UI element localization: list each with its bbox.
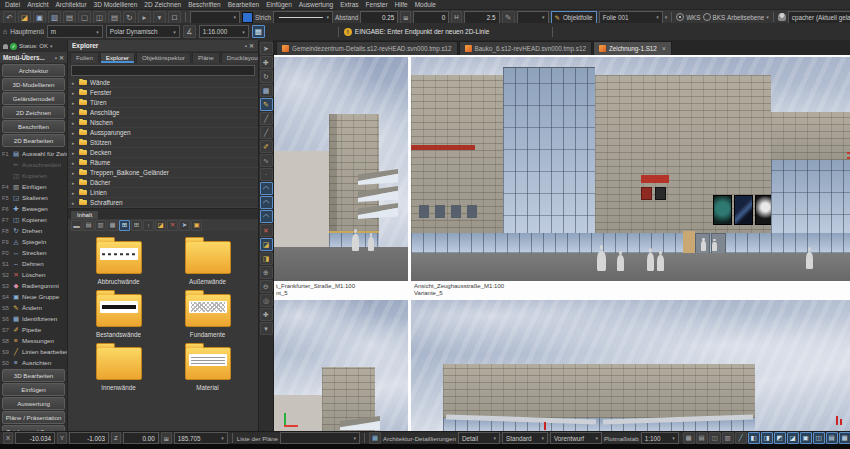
grid-icon[interactable]: ▤ <box>696 432 708 444</box>
tree-item-t-ren[interactable]: ▸Türen <box>68 98 258 108</box>
category-2d-zeichnen[interactable]: 2D Zeichnen <box>2 106 65 119</box>
line-icon[interactable]: ╱ <box>260 126 273 139</box>
angle-combo[interactable]: 185.705▾ <box>174 432 228 444</box>
chevron-down-icon[interactable]: ▾ <box>665 14 668 20</box>
menu-bearbeiten[interactable]: Bearbeiten <box>228 1 259 8</box>
explorer-filter-field[interactable] <box>71 65 255 76</box>
category-architektur[interactable]: Architektur <box>2 64 65 77</box>
plans-combo[interactable]: ▾ <box>280 432 360 444</box>
menu-fenster[interactable]: Fenster <box>366 1 388 8</box>
menu-architektur[interactable]: Architektur <box>56 1 87 8</box>
lock-icon[interactable]: ▣ <box>191 220 202 231</box>
abstand-field[interactable]: 0.25 <box>360 11 398 24</box>
tree-item-anschl-ge[interactable]: ▸Anschläge <box>68 108 258 118</box>
category-einf-gen[interactable]: Einfügen <box>2 383 65 396</box>
tree-item-schraffuren[interactable]: ▸Schraffuren <box>68 198 258 208</box>
tree-item-decken[interactable]: ▸Decken <box>68 148 258 158</box>
arc-tangent-icon[interactable]: ◠ <box>260 210 273 223</box>
rotate-icon[interactable]: ↻ <box>260 70 273 83</box>
spline-icon[interactable]: ∿ <box>260 154 273 167</box>
tool-spiegeln[interactable]: F9◬Spiegeln <box>0 236 67 247</box>
tab-explorer[interactable]: Explorer <box>100 52 135 63</box>
export-icon[interactable]: ▸ <box>138 11 151 24</box>
save-all-icon[interactable]: ▥ <box>48 11 61 24</box>
page-icon[interactable]: ▢ <box>78 11 91 24</box>
tree-item-aussparungen[interactable]: ▸Aussparungen <box>68 128 258 138</box>
snap-combo[interactable]: Polar Dynamisch▾ <box>106 25 180 38</box>
move-icon[interactable]: ✚ <box>260 56 273 69</box>
tree-item-fenster[interactable]: ▸Fenster <box>68 88 258 98</box>
menu-datei[interactable]: Datei <box>5 1 20 8</box>
category-pl-ne-pr-sentation[interactable]: Pläne / Präsentation <box>2 411 65 424</box>
pan-icon[interactable]: ✚ <box>260 308 273 321</box>
tree-item-treppen-balkone-gel-nder[interactable]: ▸Treppen_Balkone_Geländer <box>68 168 258 178</box>
view-grid-icon[interactable]: ▦ <box>839 432 850 444</box>
zoom-fit-icon[interactable]: ◎ <box>260 294 273 307</box>
menu-auswertung[interactable]: Auswertung <box>299 1 333 8</box>
zoom-in-icon[interactable]: ⊕ <box>260 266 273 279</box>
menu-hilfe[interactable]: Hilfe <box>395 1 408 8</box>
polar-icon[interactable]: ▥ <box>722 432 734 444</box>
tree-item-nischen[interactable]: ▸Nischen <box>68 118 258 128</box>
pen-icon[interactable]: ✎ <box>502 11 515 24</box>
copy-icon[interactable]: ◫ <box>93 11 106 24</box>
tool-skalieren[interactable]: F5◲Skalieren <box>0 192 67 203</box>
user-combo[interactable]: cpacher (Aktuell geladen)▾ <box>788 11 850 24</box>
objektfolie-button[interactable]: ✎Objektfolie <box>551 11 597 24</box>
ortho-icon[interactable]: ◫ <box>709 432 721 444</box>
tool-strecken[interactable]: F0↔Strecken <box>0 247 67 258</box>
delete-icon[interactable]: ✕ <box>260 224 273 237</box>
tab-pl-ne[interactable]: Pläne <box>192 52 220 63</box>
thumbnail-view-icon[interactable]: ⊞ <box>119 220 130 231</box>
tab-folien[interactable]: Folien <box>70 52 99 63</box>
folder-icon[interactable]: ◨ <box>260 252 273 265</box>
menu-einf-gen[interactable]: Einfügen <box>266 1 292 8</box>
freehand-icon[interactable]: ✐ <box>260 140 273 153</box>
arc-icon[interactable]: ◠ <box>260 182 273 195</box>
details-view-icon[interactable]: ▦ <box>107 220 118 231</box>
folie-combo[interactable]: Folie 001▾ <box>599 11 663 24</box>
open-folder-icon[interactable]: ◪ <box>18 11 31 24</box>
tool-l-schen[interactable]: S2✕Löschen <box>0 269 67 280</box>
tool-radiergummi[interactable]: S3◆Radiergummi <box>0 280 67 291</box>
linetype-combo[interactable]: ▾ <box>273 11 333 24</box>
ruler-icon[interactable]: ∡ <box>183 25 196 38</box>
tool-ausrichten[interactable]: S0≡Ausrichten <box>0 357 67 368</box>
view-layers-icon[interactable]: ▤ <box>826 432 838 444</box>
hoehe-field[interactable]: 2.5 <box>464 11 500 24</box>
detail-combo[interactable]: Detail▾ <box>458 432 500 444</box>
menu-2d-zeichnen[interactable]: 2D Zeichnen <box>144 1 181 8</box>
content-folder-bestandsw-nde[interactable]: Bestandswände <box>74 288 163 338</box>
scale-combo[interactable]: 1:16.000▾ <box>199 25 249 38</box>
print-icon[interactable]: ▤ <box>63 11 76 24</box>
tree-item-linien[interactable]: ▸Linien <box>68 188 258 198</box>
list-view-icon[interactable]: ▬ <box>71 220 82 231</box>
category-auswertung[interactable]: Auswertung <box>2 397 65 410</box>
tree-item-st-tzen[interactable]: ▸Stützen <box>68 138 258 148</box>
list-view3-icon[interactable]: ▥ <box>95 220 106 231</box>
zoom-out-icon[interactable]: ⊖ <box>260 280 273 293</box>
tool-auswahl-f-r-zwisc[interactable]: F1▤Auswahl für Zwisc... <box>0 148 67 159</box>
menu-ansicht[interactable]: Ansicht <box>27 1 48 8</box>
doc-tab-zeichnung-1-s12[interactable]: Zeichnung-1.S12× <box>593 41 672 55</box>
refresh-icon[interactable]: ↻ <box>123 11 136 24</box>
tool-messungen[interactable]: S8≡Messungen <box>0 335 67 346</box>
style-combo[interactable]: ▾ <box>517 11 549 24</box>
menu-extras[interactable]: Extras <box>340 1 358 8</box>
tree-item-d-cher[interactable]: ▸Dächer <box>68 178 258 188</box>
save-icon[interactable]: ▣ <box>33 11 46 24</box>
point-icon[interactable]: · <box>260 168 273 181</box>
close-icon[interactable]: ✕ <box>249 42 254 49</box>
menu-3d-modellieren[interactable]: 3D Modellieren <box>94 1 138 8</box>
category-2d-bearbeiten[interactable]: 2D Bearbeiten <box>2 134 65 147</box>
tool-dehnen[interactable]: S1⇔Dehnen <box>0 258 67 269</box>
delete-icon[interactable]: ✕ <box>167 220 178 231</box>
content-folder-innenw-nde[interactable]: Innenwände <box>74 341 163 391</box>
view-wire-icon[interactable]: ◨ <box>761 432 773 444</box>
category-beschriften[interactable]: Beschriften <box>2 120 65 133</box>
home-icon[interactable]: ⌂ <box>3 28 7 35</box>
content-folder-abbruchw-nde[interactable]: Abbruchwände <box>74 235 163 285</box>
tree-item-w-nde[interactable]: ▸Wände <box>68 78 258 88</box>
clipboard-icon[interactable]: ▤ <box>108 11 121 24</box>
drawing-canvas[interactable]: t_Frankfurter_Straße_M1:100 nt_5 Ansicht… <box>274 55 850 432</box>
